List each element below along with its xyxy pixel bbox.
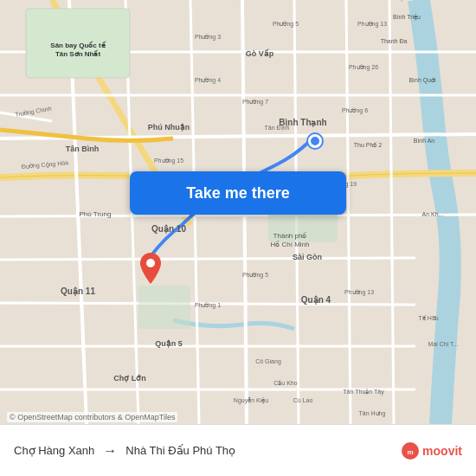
svg-text:Cù Lao: Cù Lao: [293, 397, 313, 403]
svg-text:Tân Bình: Tân Bình: [66, 145, 100, 153]
svg-text:Thu Phố 2: Thu Phố 2: [354, 142, 383, 148]
svg-text:Phường 15: Phường 15: [154, 158, 183, 164]
svg-text:Tân Hưng: Tân Hưng: [359, 410, 386, 417]
svg-text:Tân Thuận Tây: Tân Thuận Tây: [343, 389, 384, 396]
map-view: Sân bay Quốc tế Tân Sơn Nhất Bình Thạnh …: [0, 0, 476, 424]
svg-text:Sài Gòn: Sài Gòn: [293, 253, 322, 261]
svg-line-11: [0, 215, 476, 216]
svg-text:Phường 7: Phường 7: [242, 99, 268, 106]
svg-text:Tân Định: Tân Định: [265, 125, 290, 132]
origin-dot: [308, 134, 322, 148]
svg-text:Bình An: Bình An: [414, 138, 435, 144]
svg-text:Phường 5: Phường 5: [273, 21, 299, 28]
svg-text:Quận 10: Quận 10: [151, 224, 186, 234]
destination-pin: [140, 253, 161, 287]
svg-text:Cầu Kho: Cầu Kho: [273, 380, 297, 386]
svg-text:Quận 5: Quận 5: [155, 339, 183, 348]
bottom-bar: Chợ Hàng Xanh → Nhà Thi Đấu Phú Thọ m mo…: [0, 424, 476, 476]
svg-text:Bình Triệu: Bình Triệu: [393, 14, 421, 21]
svg-text:Mai Chi T...: Mai Chi T...: [428, 341, 459, 347]
svg-text:Bình Quới: Bình Quới: [408, 77, 436, 84]
destination-label: Nhà Thi Đấu Phú Thọ: [125, 444, 235, 457]
svg-text:Chợ Lớn: Chợ Lớn: [113, 374, 146, 383]
map-attribution: © OpenStreetMap contributors & OpenMapTi…: [7, 412, 177, 422]
svg-point-67: [146, 259, 155, 267]
svg-text:Phường 4: Phường 4: [195, 77, 221, 84]
svg-text:Bình Thạnh: Bình Thạnh: [376, 0, 412, 2]
svg-text:Phường 3: Phường 3: [195, 34, 221, 41]
svg-text:Sân bay Quốc tế: Sân bay Quốc tế: [50, 41, 106, 49]
svg-text:Phường 6: Phường 6: [342, 107, 368, 114]
svg-text:m: m: [408, 448, 414, 456]
svg-text:Cô Giang: Cô Giang: [255, 358, 281, 365]
moovit-logo-icon: m: [402, 442, 419, 460]
svg-text:Nguyễn Kiệu: Nguyễn Kiệu: [234, 397, 268, 404]
svg-text:Gò Vấp: Gò Vấp: [246, 48, 274, 58]
svg-text:Tế Hữu: Tế Hữu: [418, 315, 438, 321]
svg-text:Phú Trung: Phú Trung: [80, 210, 112, 218]
svg-text:Phường 13: Phường 13: [357, 21, 387, 28]
svg-text:Thành phố: Thành phố: [273, 232, 307, 240]
svg-text:Quận 4: Quận 4: [301, 295, 331, 305]
svg-text:Phường 13: Phường 13: [344, 289, 374, 296]
svg-text:Tân Sơn Nhất: Tân Sơn Nhất: [55, 49, 101, 58]
svg-rect-20: [138, 286, 190, 329]
moovit-logo: m moovit: [402, 442, 462, 460]
svg-line-12: [0, 258, 415, 260]
moovit-brand-text: moovit: [422, 444, 462, 458]
direction-arrow: →: [103, 443, 117, 459]
origin-label: Chợ Hàng Xanh: [14, 444, 94, 457]
svg-text:Thanh Đa: Thanh Đa: [381, 38, 408, 44]
svg-text:Phú Nhuận: Phú Nhuận: [148, 123, 190, 132]
svg-text:Phường 26: Phường 26: [349, 64, 378, 71]
svg-text:Phường 5: Phường 5: [242, 272, 268, 279]
svg-text:An Kh...: An Kh...: [422, 211, 444, 217]
take-me-there-button[interactable]: Take me there: [130, 171, 346, 215]
svg-text:Hồ Chí Minh: Hồ Chí Minh: [270, 241, 309, 248]
svg-text:Phường 1: Phường 1: [195, 302, 221, 309]
svg-text:Quận 11: Quận 11: [61, 286, 95, 296]
